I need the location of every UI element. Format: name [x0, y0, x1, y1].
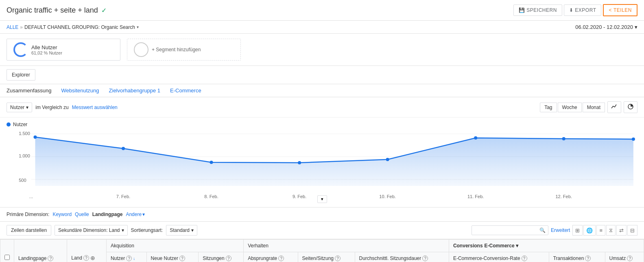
pie-chart-btn[interactable]	[624, 101, 637, 113]
breadcrumb: ALLE » DEFAULT CHANNEL GROUPING: Organic…	[7, 24, 139, 30]
search-icon[interactable]: 🔍	[539, 227, 546, 233]
sort-label: Sortierungsart:	[131, 227, 163, 233]
chart-svg: 1.500 1.000 500 ... 7. Feb. 8. Feb. 9. F…	[7, 129, 637, 202]
sitzungen-help-icon[interactable]: ?	[226, 255, 231, 261]
check-icon: ✓	[101, 7, 107, 14]
svg-point-15	[632, 138, 635, 141]
export-icon: ⬇	[569, 7, 574, 13]
dim-landingpage[interactable]: Landingpage	[92, 212, 123, 217]
date-range-value: 06.02.2020 - 12.02.2020	[575, 24, 633, 30]
th-verhalten: Verhalten	[244, 240, 449, 252]
share-label: TEILEN	[613, 7, 632, 13]
dimension-bar: Primäre Dimension: Keyword Quelle Landin…	[0, 207, 644, 222]
select-all-checkbox[interactable]	[4, 255, 10, 260]
grid-view-btn[interactable]: ⊞	[572, 225, 583, 236]
tab-websitenutzung[interactable]: Websitenutzung	[61, 87, 99, 94]
nutzer-sort-icon[interactable]: ↓	[133, 256, 135, 261]
legend-dot	[7, 122, 11, 127]
absprungrate-help-icon[interactable]: ?	[278, 255, 284, 261]
dim-keyword[interactable]: Keyword	[52, 212, 72, 217]
chart-area: Nutzer 1.500 1.000 500 ... 7. Feb.	[0, 118, 644, 207]
search-box[interactable]: 🔍	[472, 225, 548, 235]
zeilen-btn[interactable]: Zeilen darstellen	[7, 225, 51, 236]
segment-1-percent: 61,02 % Nutzer	[31, 50, 62, 55]
th-transaktionen: Transaktionen ?	[549, 252, 605, 262]
th-sitzungsdauer: Durchschnittl. Sitzungsdauer ?	[355, 252, 449, 262]
sort-select[interactable]: Standard ▾	[166, 225, 197, 236]
sort-arrow: ▾	[191, 227, 194, 233]
th-conversions: Conversions E-Commerce ▾	[449, 240, 644, 252]
legend-label: Nutzer	[13, 122, 27, 127]
save-button[interactable]: 💾 SPEICHERN	[513, 4, 562, 16]
tab-ecommerce[interactable]: E-Commerce	[170, 87, 201, 94]
period-monat-btn[interactable]: Monat	[583, 103, 605, 112]
svg-point-8	[33, 135, 37, 139]
breadcrumb-alle[interactable]: ALLE	[7, 24, 18, 30]
globe-view-btn[interactable]: 🌐	[583, 225, 596, 236]
svg-text:8. Feb.: 8. Feb.	[204, 194, 218, 199]
land-help-icon[interactable]: ?	[83, 255, 89, 261]
ecommerce-rate-help-icon[interactable]: ?	[522, 255, 527, 261]
dim-andere-dropdown[interactable]: Andere ▾	[126, 212, 145, 217]
search-input[interactable]	[474, 227, 539, 233]
metric-dropdown[interactable]: Nutzer ▾	[7, 103, 32, 112]
save-icon: 💾	[519, 7, 525, 13]
segment-add[interactable]: + Segment hinzufügen	[127, 39, 241, 61]
svg-point-14	[562, 137, 565, 140]
dim-andere-label: Andere	[126, 212, 142, 217]
chart-controls: Nutzer ▾ im Vergleich zu Messwert auswäh…	[0, 97, 644, 118]
neue-nutzer-help-icon[interactable]: ?	[179, 255, 185, 261]
pivot-view-btn[interactable]: ⇄	[616, 225, 627, 236]
umsatz-help-icon[interactable]: ?	[627, 255, 633, 261]
list-view-btn[interactable]: ≡	[596, 225, 605, 236]
explorer-tab[interactable]: Explorer	[7, 69, 35, 81]
conversions-label: Conversions	[453, 243, 483, 249]
landingpage-help-icon[interactable]: ?	[48, 255, 53, 261]
erweitert-link[interactable]: Erweitert	[551, 227, 570, 233]
sitzungsdauer-help-icon[interactable]: ?	[422, 255, 428, 261]
svg-text:12. Feb.: 12. Feb.	[555, 194, 572, 199]
th-ecommerce-rate: E-Commerce-Conversion-Rate ?	[449, 252, 549, 262]
table-toolbar-left: Zeilen darstellen Sekundäre Dimension: L…	[7, 225, 197, 236]
period-tag-btn[interactable]: Tag	[540, 103, 557, 112]
save-label: SPEICHERN	[526, 7, 557, 13]
segment-1-info: Alle Nutzer 61,02 % Nutzer	[31, 44, 62, 55]
th-seiten-sitzung: Seiten/Sitzung ?	[298, 252, 355, 262]
conversions-dropdown[interactable]: E-Commerce ▾	[485, 243, 518, 249]
channel-dropdown-arrow[interactable]: ▾	[137, 25, 139, 29]
metric-label: Nutzer	[10, 105, 24, 110]
breadcrumb-sep: »	[20, 24, 23, 30]
svg-text:7. Feb.: 7. Feb.	[116, 194, 130, 199]
dimension-label: Primäre Dimension:	[7, 212, 49, 217]
breadcrumb-channel: DEFAULT CHANNEL GROUPING: Organic Search	[24, 24, 135, 30]
tab-zielvorhabengruppe[interactable]: Zielvorhabengruppe 1	[109, 87, 160, 94]
segments-bar: Alle Nutzer 61,02 % Nutzer + Segment hin…	[0, 34, 644, 66]
segment-donut-icon	[13, 42, 28, 57]
svg-point-10	[210, 161, 213, 164]
date-range[interactable]: 06.02.2020 - 12.02.2020 ▾	[575, 24, 637, 30]
nutzer-help-icon[interactable]: ?	[126, 255, 132, 261]
messwert-link[interactable]: Messwert auswählen	[72, 105, 118, 110]
svg-point-12	[386, 158, 389, 161]
sec-dim-select[interactable]: Sekundäre Dimension: Land ▾	[55, 225, 127, 236]
funnel-view-btn[interactable]: ⧖	[606, 225, 616, 236]
land-filter-icon[interactable]: ⊕	[90, 255, 95, 261]
segment-item-1[interactable]: Alle Nutzer 61,02 % Nutzer	[7, 39, 120, 61]
transaktionen-help-icon[interactable]: ?	[585, 255, 591, 261]
svg-point-11	[298, 161, 301, 164]
chart-legend: Nutzer	[7, 118, 637, 129]
sec-dim-label: Sekundäre Dimension: Land	[58, 227, 120, 233]
segment-1-name: Alle Nutzer	[31, 44, 62, 50]
chart-zoom-btn[interactable]: ▾	[317, 195, 327, 203]
period-woche-btn[interactable]: Woche	[558, 103, 582, 112]
share-button[interactable]: < TEILEN	[603, 4, 637, 16]
th-checkbox	[0, 240, 14, 262]
seiten-help-icon[interactable]: ?	[335, 255, 341, 261]
table-toolbar: Zeilen darstellen Sekundäre Dimension: L…	[0, 222, 644, 239]
line-chart-btn[interactable]	[607, 101, 621, 113]
dim-quelle[interactable]: Quelle	[75, 212, 89, 217]
export-button[interactable]: ⬇ EXPORT	[564, 4, 602, 16]
tab-zusammenfassung[interactable]: Zusammenfassung	[7, 87, 52, 94]
svg-point-9	[122, 147, 125, 150]
custom-view-btn[interactable]: ⊟	[627, 225, 637, 236]
